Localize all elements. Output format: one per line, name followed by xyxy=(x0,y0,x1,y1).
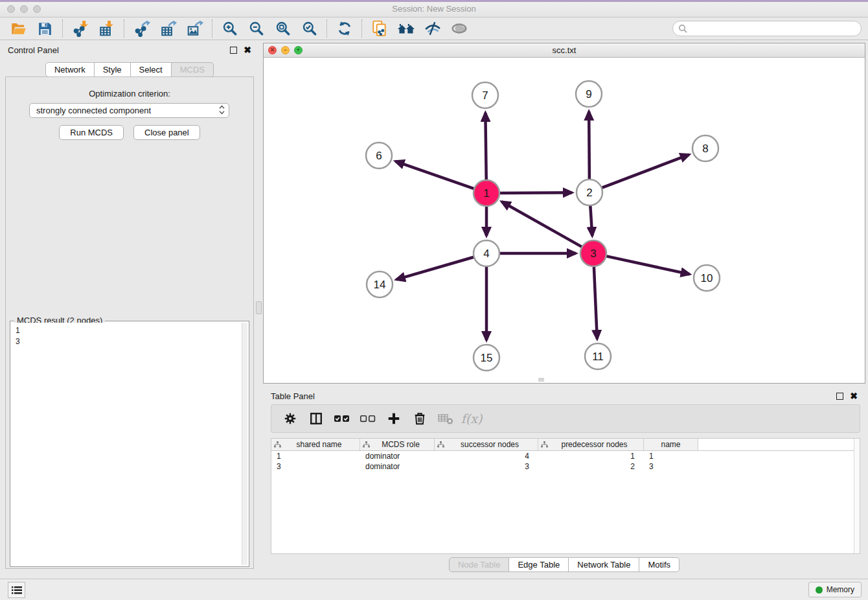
graph-node-4[interactable]: 4 xyxy=(474,240,499,266)
graph-node-2[interactable]: 2 xyxy=(577,179,602,205)
select-all-rows-button[interactable] xyxy=(332,408,352,430)
hide-selected-button[interactable] xyxy=(419,19,446,39)
graph-node-6[interactable]: 6 xyxy=(366,143,392,168)
zoom-window-button[interactable] xyxy=(33,5,41,13)
edge-3-10[interactable] xyxy=(604,255,690,274)
export-image-button[interactable] xyxy=(181,19,208,39)
edge-3-11[interactable] xyxy=(594,264,597,339)
edge-2-9[interactable] xyxy=(589,111,589,182)
column-header-MCDS-role[interactable]: MCDS role xyxy=(360,439,435,450)
save-session-button[interactable] xyxy=(32,19,58,39)
tab-select[interactable]: Select xyxy=(131,62,172,77)
column-header-name[interactable]: name xyxy=(644,439,698,450)
graph-node-15[interactable]: 15 xyxy=(474,345,499,371)
table-cell[interactable]: 3 xyxy=(435,462,538,471)
network-canvas[interactable]: 7968124314101511 xyxy=(264,58,865,384)
delete-table-button[interactable] xyxy=(436,408,455,430)
edge-3-1[interactable] xyxy=(502,202,585,248)
apply-function-button[interactable]: f(x) xyxy=(462,408,481,430)
column-header-successor-nodes[interactable]: successor nodes xyxy=(435,439,538,450)
minimize-network-button[interactable]: − xyxy=(281,46,290,54)
tab-edge-table[interactable]: Edge Table xyxy=(509,557,569,572)
tab-mcds[interactable]: MCDS xyxy=(172,62,214,77)
first-neighbors-button[interactable] xyxy=(393,19,419,39)
graph-node-9[interactable]: 9 xyxy=(576,81,602,107)
edge-2-3[interactable] xyxy=(590,203,592,236)
zoom-selected-button[interactable] xyxy=(296,19,323,39)
add-column-button[interactable] xyxy=(384,408,404,430)
column-header-shared-name[interactable]: shared name xyxy=(271,439,360,450)
control-panel-header: Control Panel ✖ xyxy=(0,40,259,60)
mcds-result-text[interactable]: 1 3 xyxy=(12,323,241,565)
window-controls[interactable] xyxy=(7,5,41,13)
edge-2-8[interactable] xyxy=(599,155,689,189)
search-input[interactable] xyxy=(687,24,849,33)
graph-node-14[interactable]: 14 xyxy=(367,271,393,297)
toolbar-separator xyxy=(62,19,63,38)
toolbar-separator xyxy=(124,19,124,38)
graph-node-1[interactable]: 1 xyxy=(474,180,499,206)
float-table-panel-icon[interactable] xyxy=(836,393,843,400)
show-all-button[interactable] xyxy=(446,19,472,39)
tab-style[interactable]: Style xyxy=(95,62,131,77)
column-header-predecessor-nodes[interactable]: predecessor nodes xyxy=(538,439,644,450)
split-column-button[interactable] xyxy=(306,408,326,430)
table-cell[interactable]: dominator xyxy=(360,452,435,461)
task-history-button[interactable] xyxy=(8,582,25,598)
run-mcds-button[interactable]: Run MCDS xyxy=(59,125,124,140)
graph-node-3[interactable]: 3 xyxy=(580,240,606,266)
duplicate-network-button[interactable] xyxy=(366,19,393,39)
edge-1-2[interactable] xyxy=(497,192,572,193)
table-settings-button[interactable] xyxy=(280,408,300,430)
table-scrollbar[interactable] xyxy=(854,439,860,553)
import-network-button[interactable] xyxy=(67,19,93,39)
global-search-field[interactable] xyxy=(672,21,862,36)
table-cell[interactable]: 2 xyxy=(538,462,644,471)
maximize-network-button[interactable]: + xyxy=(294,46,303,54)
refresh-view-button[interactable] xyxy=(331,19,358,39)
tab-network-table[interactable]: Network Table xyxy=(569,557,639,572)
network-window-controls[interactable]: ✕ − + xyxy=(268,46,303,54)
table-row[interactable]: 3dominator323 xyxy=(271,461,860,472)
table-row[interactable]: 1dominator411 xyxy=(271,451,860,461)
close-network-button[interactable]: ✕ xyxy=(268,46,277,54)
zoom-fit-button[interactable] xyxy=(269,19,296,39)
tab-network[interactable]: Network xyxy=(45,62,95,77)
result-scrollbar[interactable] xyxy=(242,323,247,565)
open-session-button[interactable] xyxy=(5,19,32,39)
edge-1-6[interactable] xyxy=(395,161,476,190)
zoom-in-button[interactable] xyxy=(216,19,243,39)
graph-node-7[interactable]: 7 xyxy=(472,82,498,108)
edge-1-7[interactable] xyxy=(485,113,486,183)
table-cell[interactable]: 3 xyxy=(271,462,360,471)
edge-4-14[interactable] xyxy=(396,256,477,279)
export-table-button[interactable] xyxy=(155,19,181,39)
float-panel-icon[interactable] xyxy=(230,47,237,54)
table-cell[interactable]: 4 xyxy=(435,452,538,461)
graph-node-10[interactable]: 10 xyxy=(694,265,720,291)
minimize-window-button[interactable] xyxy=(20,5,28,13)
import-table-button[interactable] xyxy=(93,19,120,39)
deselect-all-rows-button[interactable] xyxy=(358,408,378,430)
close-window-button[interactable] xyxy=(7,5,15,13)
canvas-scrollbar-thumb[interactable] xyxy=(538,378,544,382)
network-window-titlebar[interactable]: ✕ − + scc.txt xyxy=(264,43,865,58)
close-table-panel-icon[interactable]: ✖ xyxy=(850,391,858,400)
graph-node-8[interactable]: 8 xyxy=(692,135,718,161)
table-cell[interactable]: 1 xyxy=(644,452,698,461)
optimization-criterion-dropdown[interactable]: strongly connected component xyxy=(29,103,229,118)
close-panel-icon[interactable]: ✖ xyxy=(244,45,251,54)
table-cell[interactable]: 1 xyxy=(271,452,360,461)
table-cell[interactable]: 3 xyxy=(644,462,698,471)
zoom-out-button[interactable] xyxy=(243,19,269,39)
export-network-button[interactable] xyxy=(128,19,155,39)
close-panel-button[interactable]: Close panel xyxy=(133,125,200,140)
table-cell[interactable]: 1 xyxy=(538,452,644,461)
table-cell[interactable]: dominator xyxy=(360,462,435,471)
tab-motifs[interactable]: Motifs xyxy=(639,557,680,572)
tab-node-table[interactable]: Node Table xyxy=(449,557,510,572)
panel-splitter-handle[interactable] xyxy=(256,301,262,314)
graph-node-11[interactable]: 11 xyxy=(585,343,611,369)
memory-button[interactable]: Memory xyxy=(808,582,862,597)
delete-column-button[interactable] xyxy=(410,408,429,430)
